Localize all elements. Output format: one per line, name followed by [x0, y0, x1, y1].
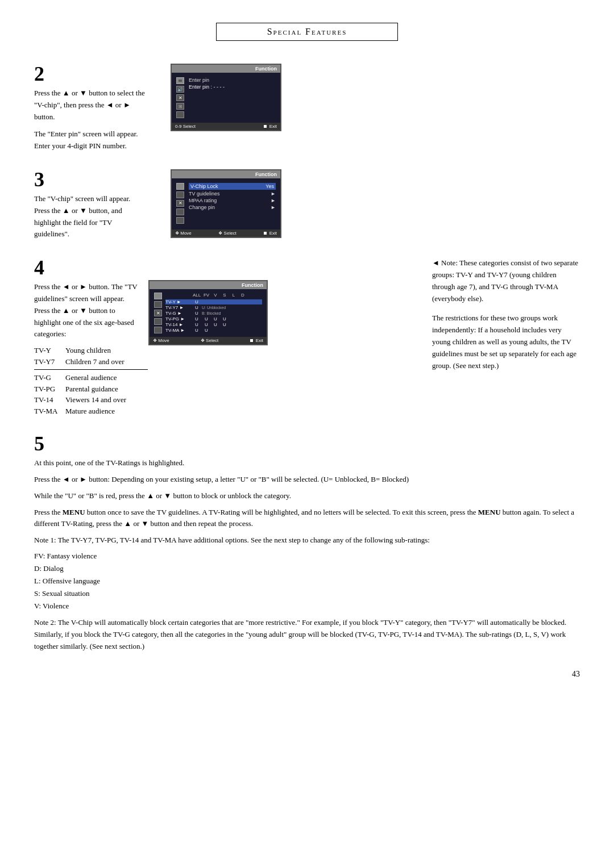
step4-ratings-general: TV-G General audience TV-PG Parental gui… — [34, 372, 139, 416]
step-4-text1: Press the ◄ or ► button. The "TV guideli… — [34, 281, 139, 416]
page-title-box: Special Features — [216, 23, 398, 41]
sub-rating-l: L: Offensive language — [34, 575, 580, 587]
step-4-note: ◄ Note: These categories consist of two … — [432, 257, 580, 416]
step-4-screen: Function ✕ ALL FV — [148, 280, 268, 416]
sub-rating-fv: FV: Fantasy violence — [34, 550, 580, 562]
step-5-section: 5 At this point, one of the TV-Ratings i… — [34, 433, 580, 653]
step-4-left-area: 4 Press the ◄ or ► button. The "TV guide… — [34, 257, 421, 416]
step-4-left: 4 Press the ◄ or ► button. The "TV guide… — [34, 257, 139, 416]
step-3-text: The "V-chip" screen will appear. Press t… — [34, 193, 148, 240]
page-number-area: 43 — [34, 670, 580, 679]
rating-row-tvpg: TV-PG Parental guidance — [34, 383, 139, 395]
step-2-left: 2 Press the ▲ or ▼ button to select the … — [34, 64, 148, 152]
page-title: Special Features — [267, 27, 347, 37]
step-3-number: 3 — [34, 169, 148, 190]
step2-screen-header: Function — [172, 65, 280, 73]
step2-enter-pin-value: Enter pin : - - - - — [189, 84, 276, 90]
step-2-screen: Function 🔊 ✕ ⊞ Enter pin En — [171, 64, 281, 152]
step-4-section: 4 Press the ◄ or ► button. The "TV guide… — [34, 257, 580, 416]
step-3-section: 3 The "V-chip" screen will appear. Press… — [34, 169, 580, 240]
rating-row-tvy7: TV-Y7 Children 7 and over — [34, 356, 139, 368]
step3-screen-header: Function — [172, 170, 280, 178]
step-3-screen: Function ✕ V-Chip LockYes TV guidelines► — [171, 169, 281, 240]
step-2-text1: Press the ▲ or ▼ button to select the "V… — [34, 87, 148, 152]
page-number: 43 — [572, 670, 580, 678]
rating-row-tvg: TV-G General audience — [34, 372, 139, 383]
step-2-section: 2 Press the ▲ or ▼ button to select the … — [34, 64, 580, 152]
sub-rating-v: V: Violence — [34, 600, 580, 612]
rating-row-tvy: TV-Y Young children — [34, 345, 139, 356]
step4-ratings-young: TV-Y Young children TV-Y7 Children 7 and… — [34, 345, 139, 367]
step-2-number: 2 — [34, 64, 148, 84]
rating-row-tvma: TV-MA Mature audience — [34, 406, 139, 417]
rating-row-tv14: TV-14 Viewers 14 and over — [34, 394, 139, 406]
step4-screen-footer: ❖ Move ❖ Select ⏹ Exit — [150, 337, 267, 344]
step-4-number: 4 — [34, 257, 139, 278]
step5-text4: Press the MENU button once to save the T… — [34, 507, 580, 531]
sub-rating-d: D: Dialog — [34, 562, 580, 575]
step-5-number: 5 — [34, 433, 580, 454]
step3-screen-footer: ❖ Move ❖ Select ⏹ Exit — [172, 229, 280, 237]
step4-screen-header: Function — [150, 281, 267, 289]
step2-screen-footer: 0-9 Select ⏹ Exit — [172, 123, 280, 130]
sub-rating-s: S: Sexual situation — [34, 587, 580, 600]
sub-ratings-list: FV: Fantasy violence D: Dialog L: Offens… — [34, 550, 580, 612]
step2-enter-pin-label: Enter pin — [189, 77, 276, 83]
step-3-left: 3 The "V-chip" screen will appear. Press… — [34, 169, 148, 240]
